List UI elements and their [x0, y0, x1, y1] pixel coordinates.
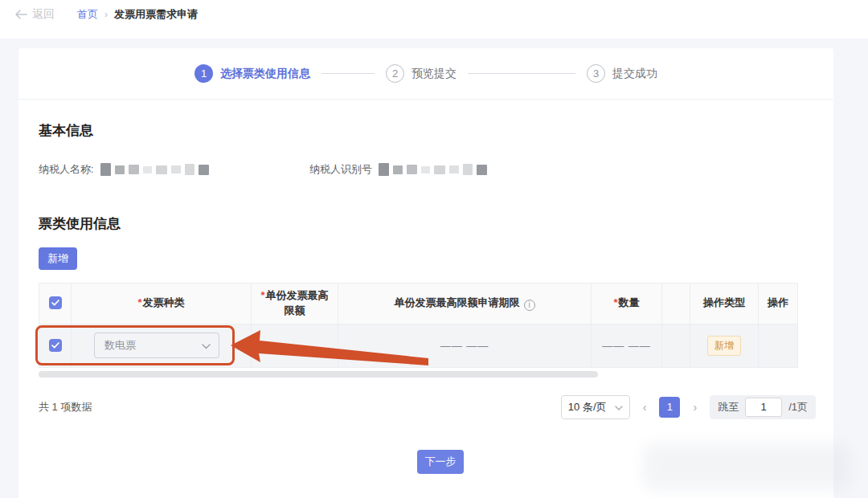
- next-page-button[interactable]: ›: [688, 401, 702, 414]
- row-quantity-cell: —— ——: [592, 324, 662, 367]
- header-op-type: 操作类型: [690, 284, 759, 325]
- breadcrumb: 首页 › 发票用票需求申请: [77, 7, 198, 22]
- horizontal-scrollbar[interactable]: [39, 371, 598, 378]
- row-invoice-type-cell: 数电票: [72, 324, 252, 367]
- invoice-type-select[interactable]: 数电票: [94, 333, 219, 358]
- next-step-button[interactable]: 下一步: [417, 450, 464, 474]
- prev-page-button[interactable]: ‹: [638, 401, 652, 414]
- table-footer: 共 1 项数据 10 条/页 ‹ 1 › 跳至 /1页: [39, 395, 816, 419]
- row-empty-cell: [662, 324, 690, 367]
- table-header-row: *发票种类 *单份发票最高限额 单份发票最高限额申请期限i *数量 操作类型 操…: [39, 284, 798, 325]
- jump-page-input[interactable]: [745, 398, 782, 417]
- step-2-circle: 2: [386, 64, 404, 83]
- step-2-label: 预览提交: [411, 67, 457, 81]
- row-max-limit-cell: [252, 324, 338, 367]
- taxpayer-id-label: 纳税人识别号: [309, 162, 372, 177]
- required-marker: *: [137, 296, 141, 308]
- step-connector: [321, 73, 375, 74]
- row-op-type-cell: 新增: [690, 324, 759, 367]
- chevron-down-icon: [615, 401, 623, 413]
- breadcrumb-home-link[interactable]: 首页: [77, 7, 98, 22]
- basic-info-fields: 纳税人名称: 纳税人识别号: [39, 162, 813, 177]
- add-row-button[interactable]: 新增: [39, 247, 77, 270]
- breadcrumb-current: 发票用票需求申请: [114, 7, 198, 22]
- chevron-down-icon: [202, 340, 211, 352]
- main-card: 1 选择票类使用信息 2 预览提交 3 提交成功 基本信息 纳税人名称:: [18, 48, 833, 498]
- row-checkbox[interactable]: [49, 339, 62, 352]
- taxpayer-id-redacted-value: [379, 163, 487, 176]
- step-1: 1 选择票类使用信息: [194, 64, 310, 83]
- header-empty: [662, 284, 690, 325]
- step-3-label: 提交成功: [612, 67, 657, 81]
- page-total-label: /1页: [788, 400, 808, 414]
- invoice-type-value: 数电票: [104, 338, 136, 353]
- header-limit-period: 单份发票最高限额申请期限i: [338, 284, 592, 325]
- select-all-checkbox[interactable]: [49, 296, 62, 309]
- basic-info-title: 基本信息: [39, 121, 813, 140]
- header-select-all-cell: [39, 284, 72, 325]
- row-operation-cell: [759, 324, 798, 367]
- required-marker: *: [260, 289, 264, 301]
- topbar: 返回 首页 › 发票用票需求申请: [0, 0, 868, 39]
- row-limit-period-cell: —— ——: [338, 324, 592, 367]
- back-arrow-icon: [14, 10, 27, 19]
- breadcrumb-separator-icon: ›: [104, 9, 108, 20]
- jump-label: 跳至: [718, 400, 739, 414]
- header-invoice-type: *发票种类: [72, 284, 252, 325]
- page-size-select[interactable]: 10 条/页: [561, 395, 630, 419]
- ticket-table: *发票种类 *单份发票最高限额 单份发票最高限额申请期限i *数量 操作类型 操…: [39, 283, 813, 378]
- row-select-cell: [39, 324, 72, 367]
- page: 返回 首页 › 发票用票需求申请 1 选择票类使用信息 2 预览提交 3 提交成…: [0, 0, 868, 498]
- taxpayer-name-redacted-value: [100, 163, 209, 176]
- step-connector: [468, 73, 575, 74]
- required-marker: *: [613, 296, 617, 308]
- back-button[interactable]: 返回: [14, 7, 55, 22]
- quantity-value: —— ——: [602, 340, 651, 352]
- header-quantity: *数量: [592, 284, 662, 325]
- step-indicator: 1 选择票类使用信息 2 预览提交 3 提交成功: [18, 48, 833, 100]
- taxpayer-name-field: 纳税人名称:: [39, 162, 309, 177]
- back-label: 返回: [32, 7, 55, 22]
- step-1-label: 选择票类使用信息: [220, 67, 310, 81]
- page-jumper: 跳至 /1页: [710, 395, 816, 419]
- step-1-circle: 1: [194, 64, 213, 83]
- ticket-usage-title: 票类使用信息: [39, 214, 813, 233]
- header-max-limit: *单份发票最高限额: [252, 284, 338, 325]
- pagination: 10 条/页 ‹ 1 › 跳至 /1页: [561, 395, 816, 419]
- taxpayer-name-label: 纳税人名称:: [39, 162, 94, 177]
- taxpayer-id-field: 纳税人识别号: [309, 162, 487, 177]
- op-type-badge: 新增: [707, 336, 741, 356]
- total-count-text: 共 1 项数据: [39, 400, 92, 414]
- page-size-value: 10 条/页: [568, 400, 607, 414]
- page-1-button[interactable]: 1: [659, 397, 680, 418]
- info-icon[interactable]: i: [524, 300, 535, 311]
- step-2: 2 预览提交: [386, 64, 457, 83]
- table-row: 数电票 —— —— —— —— 新增: [39, 324, 798, 367]
- step-3-circle: 3: [587, 64, 605, 83]
- header-operation: 操作: [759, 284, 798, 325]
- limit-period-value: —— ——: [440, 340, 489, 352]
- step-3: 3 提交成功: [587, 64, 657, 83]
